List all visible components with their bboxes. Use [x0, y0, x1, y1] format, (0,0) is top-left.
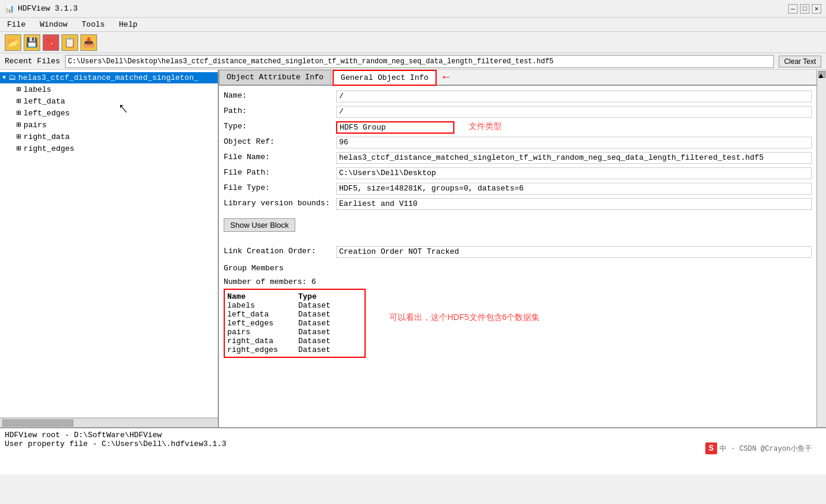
tab-object-attribute[interactable]: Object Attribute Info: [219, 70, 331, 85]
clear-text-button[interactable]: Clear Text: [779, 56, 821, 67]
tree-label-labels: labels: [24, 85, 51, 94]
dataset-icon-right-data: ⊞: [17, 132, 21, 141]
folder-icon: 🗂: [8, 73, 16, 82]
tabs-bar: Object Attribute Info General Object Inf…: [219, 70, 817, 86]
file-path-value: C:\Users\Dell\Desktop: [336, 167, 812, 179]
members-section: Name Type labels Dataset left_data Datas…: [224, 289, 812, 358]
group-members-label: Group Members: [224, 264, 812, 273]
path-value: /: [336, 106, 812, 118]
tree-scrollbar-thumb[interactable]: [2, 419, 73, 427]
status-line-1: HDFView root - D:\SoftWare\HDFView: [5, 431, 821, 440]
name-value: /: [336, 91, 812, 102]
filepath-bar: Recent Files Clear Text: [0, 53, 826, 70]
tree-item-right-data[interactable]: ⊞ right_data: [0, 131, 218, 143]
menu-help[interactable]: Help: [117, 19, 140, 30]
member-type-4: Dataset: [298, 337, 346, 345]
tree-item-labels[interactable]: ⊞ labels: [0, 83, 218, 95]
tab-content-general: Name: / Path: / Type: HDF5 Group 文件类型 Ob…: [219, 86, 817, 427]
tree-scrollbar[interactable]: [0, 418, 218, 427]
scrollbar-up-arrow[interactable]: ▲: [818, 71, 825, 78]
separator: [224, 239, 812, 246]
num-members-label: Number of members: 6: [224, 277, 812, 286]
type-label: Type:: [224, 121, 336, 131]
tree-label-left-edges: left_edges: [24, 109, 70, 118]
open-button[interactable]: 📂: [5, 34, 21, 51]
members-table: Name Type labels Dataset left_data Datas…: [224, 289, 366, 358]
tree-label-left-data: left_data: [24, 97, 65, 106]
menubar: File Window Tools Help: [0, 18, 826, 32]
file-name-value: helas3_ctcf_distance_matched_singleton_t…: [336, 152, 812, 164]
member-row-2: left_edges Dataset: [227, 319, 362, 328]
type-cn-annotation: 文件类型: [469, 121, 502, 132]
member-row-3: pairs Dataset: [227, 328, 362, 337]
filepath-input[interactable]: [65, 55, 775, 68]
right-scrollbar[interactable]: ▲: [817, 70, 826, 427]
show-user-block-button[interactable]: Show User Block: [224, 218, 295, 232]
file-name-label: File Name:: [224, 152, 336, 161]
titlebar-buttons: — □ ✕: [788, 4, 821, 14]
file-type-label: File Type:: [224, 183, 336, 192]
app-title: HDFView 3.1.3: [18, 4, 78, 13]
app-icon: 📊: [5, 4, 14, 14]
info-row-object-ref: Object Ref: 96: [224, 137, 812, 150]
dataset-icon-labels: ⊞: [17, 85, 21, 94]
tree-label-pairs: pairs: [24, 121, 47, 130]
tree-item-left-edges[interactable]: ⊞ left_edges: [0, 107, 218, 119]
member-type-2: Dataset: [298, 319, 346, 328]
menu-window[interactable]: Window: [37, 19, 70, 30]
info-row-path: Path: /: [224, 106, 812, 119]
main-content: ▼ 🗂 helas3_ctcf_distance_matched_singlet…: [0, 70, 826, 427]
tree-item-right-edges[interactable]: ⊞ right_edges: [0, 143, 218, 154]
info-row-file-path: File Path: C:\Users\Dell\Desktop: [224, 167, 812, 180]
tree-item-left-data[interactable]: ⊞ left_data: [0, 95, 218, 107]
info-row-file-type: File Type: HDF5, size=148281K, groups=0,…: [224, 183, 812, 196]
close-button[interactable]: ✕: [812, 4, 821, 14]
file-type-value: HDF5, size=148281K, groups=0, datasets=6: [336, 183, 812, 195]
member-row-5: right_edges Dataset: [227, 345, 362, 354]
dataset-icon-pairs: ⊞: [17, 120, 21, 130]
watermark-text: 中 · CSDN @Crayon小鱼干: [719, 444, 812, 454]
member-type-0: Dataset: [298, 301, 346, 310]
member-name-4: right_data: [227, 337, 298, 345]
copy-button[interactable]: 📋: [62, 34, 78, 51]
lib-version-label: Library version bounds:: [224, 198, 336, 208]
info-row-file-name: File Name: helas3_ctcf_distance_matched_…: [224, 152, 812, 165]
minimize-button[interactable]: —: [788, 4, 798, 14]
link-creation-value: Creation Order NOT Tracked: [336, 246, 812, 258]
link-creation-label: Link Creation Order:: [224, 246, 336, 256]
bookmark-button[interactable]: 🔖: [43, 34, 59, 51]
info-row-type: Type: HDF5 Group 文件类型: [224, 121, 812, 134]
expand-arrow: ▼: [2, 75, 6, 81]
member-type-1: Dataset: [298, 310, 346, 319]
recent-files-label: Recent Files: [5, 57, 60, 66]
tree-root-item[interactable]: ▼ 🗂 helas3_ctcf_distance_matched_singlet…: [0, 72, 218, 83]
type-value: HDF5 Group: [336, 121, 454, 134]
statusbar: HDFView root - D:\SoftWare\HDFView User …: [0, 427, 826, 474]
tree-label-right-edges: right_edges: [24, 144, 75, 153]
tree-root-label: helas3_ctcf_distance_matched_singleton_: [18, 73, 198, 82]
tab-general-object[interactable]: General Object Info: [333, 70, 437, 86]
object-ref-label: Object Ref:: [224, 137, 336, 146]
watermark: S 中 · CSDN @Crayon小鱼干: [705, 442, 812, 454]
member-name-5: right_edges: [227, 345, 298, 354]
import-button[interactable]: 📥: [80, 34, 97, 51]
lib-version-value: Earliest and V110: [336, 198, 812, 210]
titlebar-left: 📊 HDFView 3.1.3: [5, 4, 78, 14]
tree-label-right-data: right_data: [24, 133, 70, 141]
member-name-1: left_data: [227, 310, 298, 319]
menu-tools[interactable]: Tools: [79, 19, 107, 30]
member-row-1: left_data Dataset: [227, 310, 362, 319]
right-panel: Object Attribute Info General Object Inf…: [219, 70, 817, 427]
tab-arrow-annotation: ←: [443, 70, 450, 85]
file-tree: ▼ 🗂 helas3_ctcf_distance_matched_singlet…: [0, 70, 219, 427]
menu-file[interactable]: File: [5, 19, 28, 30]
col-type-header: Type: [298, 292, 346, 301]
member-name-3: pairs: [227, 328, 298, 337]
member-type-5: Dataset: [298, 345, 346, 354]
path-label: Path:: [224, 106, 336, 115]
tree-item-pairs[interactable]: ⊞ pairs: [0, 119, 218, 131]
maximize-button[interactable]: □: [800, 4, 809, 14]
save-button[interactable]: 💾: [24, 34, 40, 51]
members-header: Name Type: [227, 292, 362, 301]
tab-general-object-label: General Object Info: [341, 73, 428, 82]
